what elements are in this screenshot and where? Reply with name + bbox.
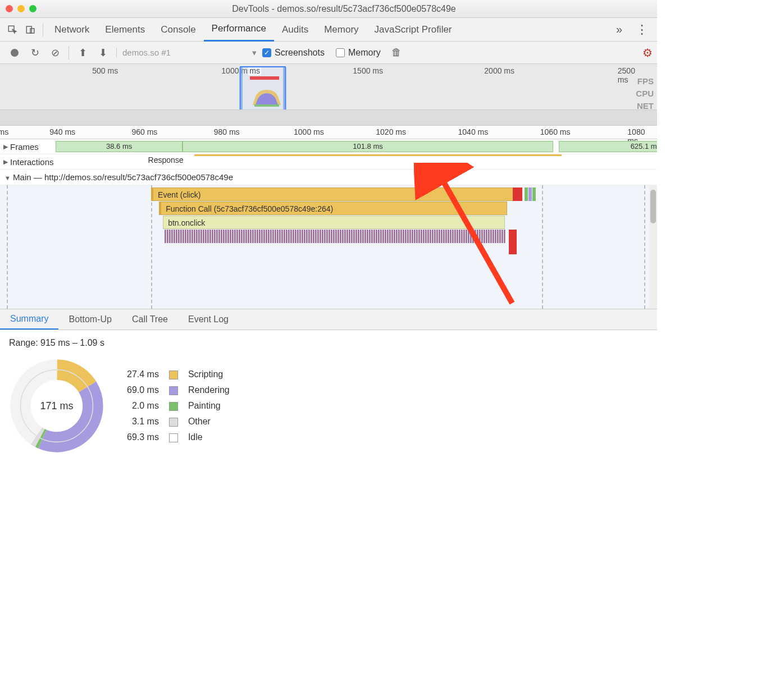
legend-row: 27.4 msScripting	[122, 367, 234, 382]
frames-label-text: Frames	[10, 142, 39, 152]
summary-panel: Range: 915 ms – 1.09 s 171 ms 27.4 msScr…	[0, 330, 657, 461]
legend-ms: 2.0 ms	[122, 399, 163, 413]
ruler-tick: 1060 ms	[540, 127, 571, 136]
chevron-down-icon: ▾	[252, 48, 257, 58]
legend-row: 3.1 msOther	[122, 414, 234, 429]
device-toolbar-icon[interactable]	[25, 24, 36, 35]
overview-tick: 1500 ms	[353, 66, 383, 75]
ruler-tick: 960 ms	[131, 127, 157, 136]
subtab-call-tree[interactable]: Call Tree	[122, 310, 178, 329]
screenshots-checkbox[interactable]: ✓ Screenshots	[262, 48, 325, 58]
flame-event-click[interactable]: Event (click)	[151, 187, 519, 201]
checkbox-checked-icon: ✓	[262, 48, 271, 57]
ruler-tick: ms	[0, 127, 8, 136]
flame-micro-tasks[interactable]	[165, 230, 506, 243]
flame-btn-onclick[interactable]: btn.onclick	[163, 216, 504, 229]
flame-layout-sliver	[528, 187, 532, 201]
flame-paint-sliver	[532, 187, 536, 201]
zoom-window-button[interactable]	[29, 5, 37, 12]
subtab-event-log[interactable]: Event Log	[178, 310, 239, 329]
expand-triangle-icon[interactable]: ▶	[3, 158, 8, 166]
detail-ruler[interactable]: ms 940 ms 960 ms 980 ms 1000 ms 1020 ms …	[0, 126, 657, 139]
ruler-tick: 980 ms	[214, 127, 240, 136]
expand-triangle-icon[interactable]: ▶	[3, 143, 8, 150]
legend-swatch	[165, 414, 183, 429]
legend-swatch	[165, 430, 183, 445]
legend-swatch	[165, 367, 183, 382]
record-button[interactable]	[7, 45, 22, 61]
scrollbar-thumb[interactable]	[650, 190, 656, 223]
reload-record-button[interactable]: ↻	[27, 45, 43, 61]
flame-long-task-marker	[509, 230, 517, 254]
flame-function-call[interactable]: Function Call (5c73acf736cf500e0578c49e:…	[159, 202, 507, 215]
interaction-response-bar[interactable]	[194, 154, 562, 156]
subtab-bottom-up[interactable]: Bottom-Up	[58, 310, 121, 329]
inspect-element-icon[interactable]	[7, 24, 18, 35]
close-window-button[interactable]	[6, 5, 13, 12]
ruler-tick: 1040 ms	[458, 127, 489, 136]
ruler-tick: 1000 ms	[294, 127, 324, 136]
more-tabs-icon[interactable]: »	[608, 23, 630, 36]
legend-ms: 3.1 ms	[122, 414, 163, 429]
recording-select[interactable]: demos.so #1 ▾	[116, 48, 257, 58]
interactions-label-text: Interactions	[10, 157, 54, 167]
interactions-track-label: ▶ Interactions	[0, 154, 79, 169]
window-title: DevTools - demos.so/result/5c73acf736cf5…	[37, 4, 651, 14]
frame-segment[interactable]: 38.6 ms	[56, 141, 183, 152]
memory-checkbox[interactable]: Memory	[336, 48, 381, 58]
download-profile-icon[interactable]: ⬇	[95, 45, 111, 61]
legend-row: 2.0 msPainting	[122, 399, 234, 413]
screenshots-label: Screenshots	[275, 48, 325, 58]
checkbox-unchecked-icon	[336, 48, 345, 57]
summary-range: Range: 915 ms – 1.09 s	[9, 338, 648, 348]
frame-segment[interactable]: 101.8 ms	[183, 141, 553, 152]
interactions-track[interactable]: ▶ Interactions Response	[0, 154, 657, 170]
settings-gear-icon[interactable]: ⚙	[642, 46, 653, 60]
flamechart-scrollbar[interactable]	[649, 185, 657, 309]
main-thread-header[interactable]: ▼ Main — http://demos.so/result/5c73acf7…	[0, 170, 657, 185]
overview-tick: 2000 ms	[484, 66, 514, 75]
svg-rect-2	[30, 28, 34, 33]
window-titlebar: DevTools - demos.so/result/5c73acf736cf5…	[0, 0, 657, 18]
overview-net-lane	[0, 109, 657, 125]
ruler-tick: 1020 ms	[376, 127, 406, 136]
tab-elements[interactable]: Elements	[97, 19, 153, 41]
minimize-window-button[interactable]	[17, 5, 25, 12]
legend-ms: 69.0 ms	[122, 383, 163, 397]
svg-rect-1	[26, 26, 31, 33]
summary-donut-total: 171 ms	[9, 358, 104, 454]
overview-timeline[interactable]: 500 ms 1000 ms 1500 ms 2000 ms 2500 ms m…	[0, 64, 657, 126]
tab-audits[interactable]: Audits	[274, 19, 316, 41]
tab-network[interactable]: Network	[47, 19, 97, 41]
main-flamechart[interactable]: Event (click) Function Call (5c73acf736c…	[0, 185, 657, 309]
main-thread-label: Main — http://demos.so/result/5c73acf736…	[13, 172, 233, 182]
tab-js-profiler[interactable]: JavaScript Profiler	[367, 19, 460, 41]
traffic-lights	[6, 5, 37, 12]
legend-label: Rendering	[184, 383, 234, 397]
kebab-menu-icon[interactable]: ⋮	[630, 22, 654, 37]
legend-ms: 27.4 ms	[122, 367, 163, 382]
separator	[43, 23, 43, 36]
gc-button[interactable]: 🗑	[389, 45, 404, 61]
interaction-response-label: Response	[148, 156, 184, 164]
lane-label-fps: FPS	[636, 75, 654, 88]
performance-toolbar: ↻ ⊘ ⬆ ⬇ demos.so #1 ▾ ✓ Screenshots Memo…	[0, 42, 657, 64]
tab-performance[interactable]: Performance	[204, 17, 274, 42]
recording-select-label: demos.so #1	[122, 48, 171, 57]
ruler-tick: 940 ms	[49, 127, 75, 136]
tab-memory[interactable]: Memory	[316, 19, 366, 41]
tab-console[interactable]: Console	[153, 19, 203, 41]
range-guide	[151, 185, 152, 309]
legend-row: 69.3 msIdle	[122, 430, 234, 445]
upload-profile-icon[interactable]: ⬆	[75, 45, 90, 61]
lane-label-cpu: CPU	[636, 88, 654, 100]
frame-segment[interactable]: 625.1 ms	[559, 141, 657, 152]
legend-swatch	[165, 399, 183, 413]
subtab-summary[interactable]: Summary	[0, 309, 58, 330]
range-guide	[7, 185, 8, 309]
clear-button[interactable]: ⊘	[47, 45, 63, 61]
expand-triangle-icon[interactable]: ▼	[4, 175, 11, 181]
legend-label: Scripting	[184, 367, 234, 382]
frames-track[interactable]: ▶ Frames 38.6 ms 101.8 ms 625.1 ms	[0, 139, 657, 154]
legend-swatch	[165, 383, 183, 397]
